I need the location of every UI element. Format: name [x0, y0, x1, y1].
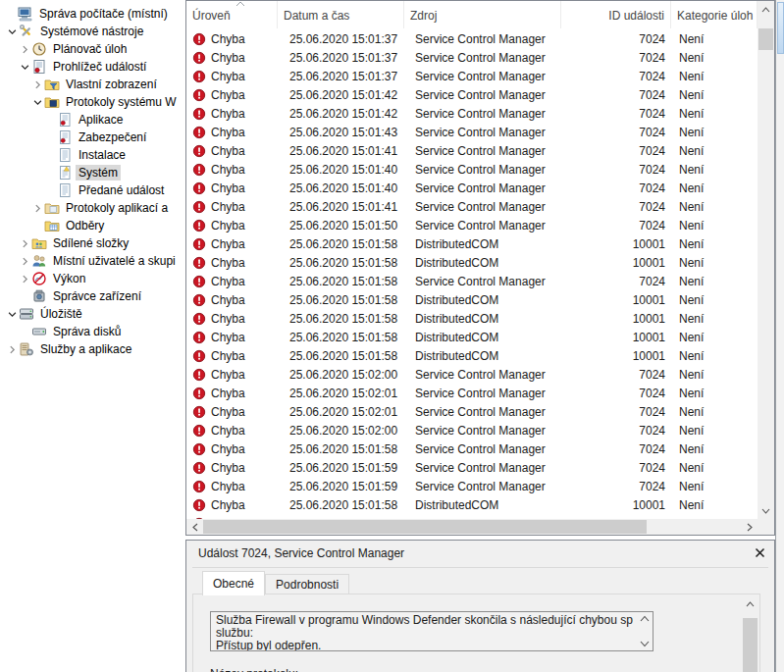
- event-row[interactable]: Chyba25.06.2020 15:01:50Service Control …: [186, 216, 758, 234]
- column-header-category[interactable]: Kategorie úloh: [671, 1, 758, 28]
- tree-item-protokoly-systemu-w[interactable]: Protokoly systému W: [0, 93, 181, 111]
- column-header-datetime[interactable]: Datum a čas: [278, 1, 404, 28]
- event-datetime: 25.06.2020 15:02:01: [278, 405, 404, 419]
- event-datetime: 25.06.2020 15:01:41: [278, 200, 404, 214]
- message-scroll-down-icon[interactable]: [640, 641, 650, 647]
- chevron-right-icon[interactable]: [18, 272, 31, 285]
- horizontal-scroll-thumb[interactable]: [203, 520, 647, 534]
- scroll-down-icon[interactable]: [758, 502, 774, 519]
- tree-item-aplikace[interactable]: Aplikace: [0, 111, 181, 129]
- event-datetime: 25.06.2020 15:01:58: [278, 293, 404, 307]
- chevron-down-icon[interactable]: [5, 307, 19, 321]
- message-scroll-up-icon[interactable]: [640, 615, 650, 622]
- chevron-down-icon[interactable]: [5, 25, 19, 38]
- chevron-right-icon[interactable]: [18, 42, 31, 56]
- event-row[interactable]: Chyba25.06.2020 15:02:00Service Control …: [186, 365, 758, 384]
- event-row[interactable]: Chyba25.06.2020 15:01:58Service Control …: [186, 439, 758, 458]
- event-row[interactable]: Chyba25.06.2020 15:02:01Service Control …: [186, 384, 758, 402]
- column-header-level[interactable]: Úroveň: [186, 1, 278, 28]
- tree-item-mistni-uzivatele-a-skupi[interactable]: Místní uživatelé a skupi: [0, 252, 181, 270]
- tree-item-system[interactable]: Systém: [0, 164, 181, 181]
- event-row[interactable]: Chyba25.06.2020 15:01:42Service Control …: [186, 85, 758, 104]
- chevron-down-icon[interactable]: [18, 60, 31, 74]
- event-row[interactable]: Chyba25.06.2020 15:01:37Service Control …: [186, 67, 758, 85]
- chevron-down-icon[interactable]: [30, 95, 44, 109]
- tab-obecne[interactable]: Obecné: [202, 571, 265, 595]
- actions-pane-accent[interactable]: [777, 2, 784, 54]
- tree-item-vlastni-zobrazeni[interactable]: Vlastní zobrazení: [0, 76, 181, 93]
- event-row[interactable]: Chyba25.06.2020 15:01:40Service Control …: [186, 160, 758, 179]
- event-row[interactable]: Chyba25.06.2020 15:01:58Service Control …: [186, 272, 758, 290]
- event-source: DistributedCOM: [404, 256, 561, 270]
- tree-item-odbery[interactable]: Odběry: [0, 217, 181, 234]
- event-row[interactable]: Chyba25.06.2020 15:02:01Service Control …: [186, 402, 758, 421]
- event-datetime: 25.06.2020 15:01:59: [278, 480, 404, 493]
- close-icon[interactable]: [755, 547, 765, 558]
- tree-item-systemove-nastroje[interactable]: Systémové nástroje: [0, 23, 181, 40]
- event-datetime: 25.06.2020 15:02:00: [278, 368, 404, 382]
- column-header-event_id[interactable]: ID události: [561, 1, 671, 28]
- tree-item-sluzby-a-aplikace[interactable]: Služby a aplikace: [0, 340, 181, 358]
- event-row[interactable]: Chyba25.06.2020 15:01:58DistributedCOM10…: [186, 234, 758, 253]
- folder-log2-icon: [44, 200, 60, 216]
- event-level: Chyba: [186, 126, 278, 139]
- vertical-scrollbar[interactable]: [758, 1, 774, 519]
- event-level-label: Chyba: [211, 387, 245, 400]
- event-row[interactable]: Chyba25.06.2020 15:01:41Service Control …: [186, 197, 758, 216]
- tree-item-sprava-pocitace-mistni[interactable]: Správa počítače (místní): [0, 5, 181, 23]
- detail-scrollbar[interactable]: [742, 595, 758, 672]
- tree: Správa počítače (místní)Systémové nástro…: [0, 0, 181, 672]
- tree-item-vykon[interactable]: Výkon: [0, 270, 181, 287]
- event-row[interactable]: Chyba25.06.2020 15:01:58DistributedCOM10…: [186, 253, 758, 272]
- log-error-icon: [57, 112, 73, 128]
- event-row[interactable]: Chyba25.06.2020 15:01:37Service Control …: [186, 29, 758, 48]
- chevron-right-icon[interactable]: [18, 236, 31, 250]
- event-source: DistributedCOM: [404, 331, 561, 344]
- event-source: Service Control Manager: [404, 275, 561, 288]
- tab-podrobnosti[interactable]: Podrobnosti: [265, 574, 349, 594]
- tree-item-sdilene-slozky[interactable]: Sdílené složky: [0, 234, 181, 252]
- event-row[interactable]: Chyba25.06.2020 15:01:41Service Control …: [186, 141, 758, 160]
- event-row[interactable]: Chyba25.06.2020 15:01:58DistributedCOM10…: [186, 309, 758, 328]
- tree-item-spravce-zarizeni[interactable]: Správce zařízení: [0, 287, 181, 305]
- detail-scroll-up-icon[interactable]: [742, 595, 758, 612]
- tree-item-zabezpeceni[interactable]: Zabezpečení: [0, 129, 181, 146]
- column-header-source[interactable]: Zdroj: [404, 1, 561, 28]
- tree-item-instalace[interactable]: Instalace: [0, 146, 181, 164]
- event-row[interactable]: Chyba25.06.2020 15:01:59Service Control …: [186, 458, 758, 477]
- event-message[interactable]: Služba Firewall v programu Windows Defen…: [210, 611, 653, 651]
- tree-item-prohlizec-udalosti[interactable]: Prohlížeč událostí: [0, 58, 181, 76]
- event-row[interactable]: Chyba25.06.2020 15:01:37Service Control …: [186, 48, 758, 67]
- detail-scroll-thumb[interactable]: [743, 618, 758, 672]
- scroll-right-icon[interactable]: [741, 519, 758, 535]
- chevron-right-icon[interactable]: [30, 78, 44, 91]
- chevron-right-icon[interactable]: [30, 201, 44, 215]
- event-id: 7024: [561, 88, 671, 102]
- vertical-scroll-thumb[interactable]: [758, 28, 773, 50]
- chevron-right-icon[interactable]: [18, 254, 31, 268]
- horizontal-scrollbar[interactable]: [186, 519, 758, 535]
- event-row[interactable]: Chyba25.06.2020 15:01:59Service Control …: [186, 477, 758, 495]
- error-icon: [192, 293, 206, 307]
- tree-item-label: Správce zařízení: [50, 288, 144, 304]
- tree-item-planovac-uloh[interactable]: Plánovač úloh: [0, 40, 181, 58]
- event-row[interactable]: Chyba25.06.2020 15:01:42Service Control …: [186, 104, 758, 123]
- tree-item-sprava-disku[interactable]: Správa disků: [0, 323, 181, 340]
- scroll-left-icon[interactable]: [186, 519, 203, 535]
- chevron-right-icon[interactable]: [5, 342, 19, 356]
- tree-item-label: Výkon: [50, 271, 88, 286]
- event-row[interactable]: Chyba25.06.2020 15:02:00Service Control …: [186, 421, 758, 439]
- event-row[interactable]: Chyba25.06.2020 15:01:40Service Control …: [186, 179, 758, 197]
- event-level-label: Chyba: [211, 219, 245, 233]
- event-source: Service Control Manager: [404, 70, 561, 83]
- tree-item-uloziste[interactable]: Úložiště: [0, 305, 181, 323]
- event-row[interactable]: Chyba25.06.2020 15:01:58DistributedCOM10…: [186, 290, 758, 309]
- event-row[interactable]: Chyba25.06.2020 15:01:58DistributedCOM10…: [186, 346, 758, 365]
- event-row[interactable]: Chyba25.06.2020 15:01:58DistributedCOM10…: [186, 328, 758, 346]
- scroll-up-icon[interactable]: [758, 1, 774, 18]
- event-category: Není: [671, 293, 758, 307]
- tree-item-predane-udalost[interactable]: Předané událost: [0, 181, 181, 199]
- event-row[interactable]: Chyba25.06.2020 15:01:58DistributedCOM10…: [186, 495, 758, 514]
- tree-item-protokoly-aplikaci-a[interactable]: Protokoly aplikací a: [0, 199, 181, 217]
- event-row[interactable]: Chyba25.06.2020 15:01:43Service Control …: [186, 123, 758, 141]
